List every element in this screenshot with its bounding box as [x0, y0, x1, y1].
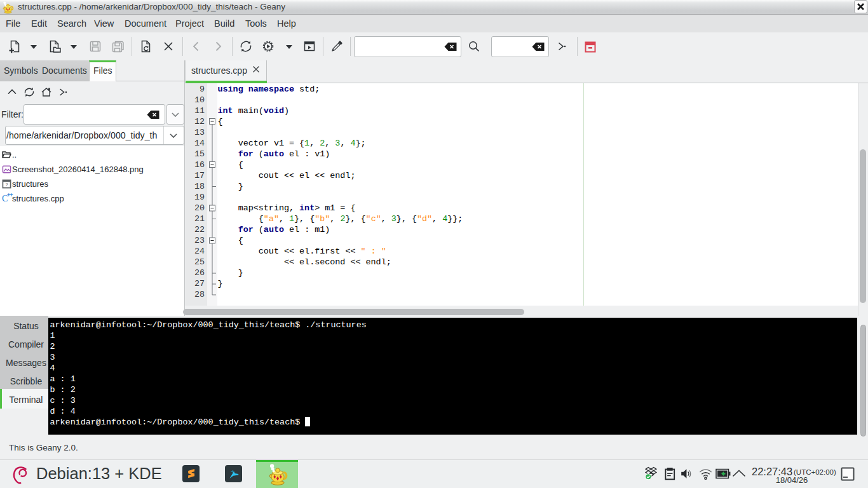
svg-text:?: ?	[5, 182, 8, 187]
